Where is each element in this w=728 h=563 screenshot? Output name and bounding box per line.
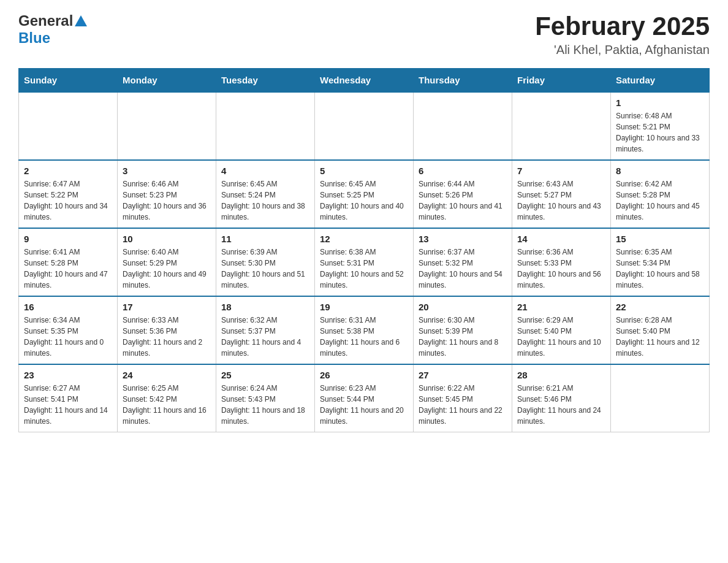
day-number: 1 [616,98,704,108]
page-header: General Blue February 2025 'Ali Khel, Pa… [18,12,710,57]
day-info: Sunrise: 6:46 AMSunset: 5:23 PMDaylight:… [123,178,211,223]
day-info: Sunrise: 6:28 AMSunset: 5:40 PMDaylight:… [616,315,704,359]
svg-marker-0 [75,15,87,26]
day-number: 20 [419,302,507,312]
day-number: 13 [419,234,507,244]
weekday-header-wednesday: Wednesday [315,69,414,93]
day-info: Sunrise: 6:37 AMSunset: 5:32 PMDaylight:… [419,247,507,291]
logo-general-text: General [18,12,73,29]
weekday-header-monday: Monday [118,69,216,93]
day-number: 2 [24,166,112,176]
day-info: Sunrise: 6:35 AMSunset: 5:34 PMDaylight:… [616,247,704,291]
day-number: 23 [24,370,112,380]
logo-triangle-icon [75,15,87,29]
day-number: 22 [616,302,704,312]
day-info: Sunrise: 6:38 AMSunset: 5:31 PMDaylight:… [320,247,408,291]
weekday-header-tuesday: Tuesday [216,69,315,93]
day-number: 18 [221,302,309,312]
month-title: February 2025 [535,12,710,40]
calendar-cell: 17Sunrise: 6:33 AMSunset: 5:36 PMDayligh… [118,296,216,364]
day-info: Sunrise: 6:42 AMSunset: 5:28 PMDaylight:… [616,178,704,223]
location-title: 'Ali Khel, Paktia, Afghanistan [535,43,710,57]
day-number: 24 [123,370,211,380]
calendar-cell: 6Sunrise: 6:44 AMSunset: 5:26 PMDaylight… [414,160,512,228]
day-number: 17 [123,302,211,312]
calendar-cell: 2Sunrise: 6:47 AMSunset: 5:22 PMDaylight… [19,160,118,228]
day-info: Sunrise: 6:44 AMSunset: 5:26 PMDaylight:… [419,178,507,223]
day-number: 7 [517,166,605,176]
calendar-header-row: SundayMondayTuesdayWednesdayThursdayFrid… [19,69,710,93]
calendar-week-row: 2Sunrise: 6:47 AMSunset: 5:22 PMDaylight… [19,160,710,228]
day-number: 19 [320,302,408,312]
weekday-header-sunday: Sunday [19,69,118,93]
day-info: Sunrise: 6:30 AMSunset: 5:39 PMDaylight:… [419,315,507,359]
calendar-week-row: 23Sunrise: 6:27 AMSunset: 5:41 PMDayligh… [19,364,710,432]
calendar-cell: 25Sunrise: 6:24 AMSunset: 5:43 PMDayligh… [216,364,315,432]
calendar-cell: 14Sunrise: 6:36 AMSunset: 5:33 PMDayligh… [512,228,611,296]
calendar-cell [611,364,710,432]
calendar-cell: 3Sunrise: 6:46 AMSunset: 5:23 PMDaylight… [118,160,216,228]
day-number: 15 [616,234,704,244]
day-info: Sunrise: 6:36 AMSunset: 5:33 PMDaylight:… [517,247,605,291]
day-number: 5 [320,166,408,176]
day-info: Sunrise: 6:22 AMSunset: 5:45 PMDaylight:… [419,383,507,427]
day-number: 26 [320,370,408,380]
calendar-cell: 5Sunrise: 6:45 AMSunset: 5:25 PMDaylight… [315,160,414,228]
day-info: Sunrise: 6:31 AMSunset: 5:38 PMDaylight:… [320,315,408,359]
calendar-cell: 7Sunrise: 6:43 AMSunset: 5:27 PMDaylight… [512,160,611,228]
weekday-header-thursday: Thursday [414,69,512,93]
calendar-cell: 13Sunrise: 6:37 AMSunset: 5:32 PMDayligh… [414,228,512,296]
day-number: 16 [24,302,112,312]
day-info: Sunrise: 6:25 AMSunset: 5:42 PMDaylight:… [123,383,211,427]
day-info: Sunrise: 6:24 AMSunset: 5:43 PMDaylight:… [221,383,309,427]
calendar-week-row: 16Sunrise: 6:34 AMSunset: 5:35 PMDayligh… [19,296,710,364]
calendar-cell: 1Sunrise: 6:48 AMSunset: 5:21 PMDaylight… [611,92,710,160]
day-info: Sunrise: 6:45 AMSunset: 5:25 PMDaylight:… [320,178,408,223]
day-number: 9 [24,234,112,244]
calendar-cell [118,92,216,160]
calendar-cell [216,92,315,160]
day-info: Sunrise: 6:27 AMSunset: 5:41 PMDaylight:… [24,383,112,427]
day-number: 10 [123,234,211,244]
calendar-cell: 27Sunrise: 6:22 AMSunset: 5:45 PMDayligh… [414,364,512,432]
calendar-cell: 21Sunrise: 6:29 AMSunset: 5:40 PMDayligh… [512,296,611,364]
day-number: 27 [419,370,507,380]
calendar-cell: 4Sunrise: 6:45 AMSunset: 5:24 PMDaylight… [216,160,315,228]
day-number: 28 [517,370,605,380]
calendar-cell [19,92,118,160]
day-number: 25 [221,370,309,380]
day-number: 6 [419,166,507,176]
day-number: 3 [123,166,211,176]
calendar-table: SundayMondayTuesdayWednesdayThursdayFrid… [18,68,710,432]
calendar-cell: 24Sunrise: 6:25 AMSunset: 5:42 PMDayligh… [118,364,216,432]
day-info: Sunrise: 6:43 AMSunset: 5:27 PMDaylight:… [517,178,605,223]
calendar-cell: 12Sunrise: 6:38 AMSunset: 5:31 PMDayligh… [315,228,414,296]
calendar-cell: 11Sunrise: 6:39 AMSunset: 5:30 PMDayligh… [216,228,315,296]
day-number: 12 [320,234,408,244]
day-info: Sunrise: 6:34 AMSunset: 5:35 PMDaylight:… [24,315,112,359]
calendar-cell: 15Sunrise: 6:35 AMSunset: 5:34 PMDayligh… [611,228,710,296]
calendar-cell: 8Sunrise: 6:42 AMSunset: 5:28 PMDaylight… [611,160,710,228]
calendar-cell: 26Sunrise: 6:23 AMSunset: 5:44 PMDayligh… [315,364,414,432]
day-number: 21 [517,302,605,312]
logo: General Blue [18,12,87,47]
day-info: Sunrise: 6:32 AMSunset: 5:37 PMDaylight:… [221,315,309,359]
day-info: Sunrise: 6:29 AMSunset: 5:40 PMDaylight:… [517,315,605,359]
day-info: Sunrise: 6:40 AMSunset: 5:29 PMDaylight:… [123,247,211,291]
weekday-header-friday: Friday [512,69,611,93]
calendar-cell [315,92,414,160]
calendar-cell: 20Sunrise: 6:30 AMSunset: 5:39 PMDayligh… [414,296,512,364]
calendar-cell: 9Sunrise: 6:41 AMSunset: 5:28 PMDaylight… [19,228,118,296]
day-number: 8 [616,166,704,176]
calendar-cell: 23Sunrise: 6:27 AMSunset: 5:41 PMDayligh… [19,364,118,432]
calendar-cell: 18Sunrise: 6:32 AMSunset: 5:37 PMDayligh… [216,296,315,364]
calendar-week-row: 9Sunrise: 6:41 AMSunset: 5:28 PMDaylight… [19,228,710,296]
day-info: Sunrise: 6:45 AMSunset: 5:24 PMDaylight:… [221,178,309,223]
weekday-header-saturday: Saturday [611,69,710,93]
calendar-cell [414,92,512,160]
day-info: Sunrise: 6:48 AMSunset: 5:21 PMDaylight:… [616,110,704,155]
day-info: Sunrise: 6:33 AMSunset: 5:36 PMDaylight:… [123,315,211,359]
day-number: 14 [517,234,605,244]
calendar-cell: 19Sunrise: 6:31 AMSunset: 5:38 PMDayligh… [315,296,414,364]
day-info: Sunrise: 6:23 AMSunset: 5:44 PMDaylight:… [320,383,408,427]
